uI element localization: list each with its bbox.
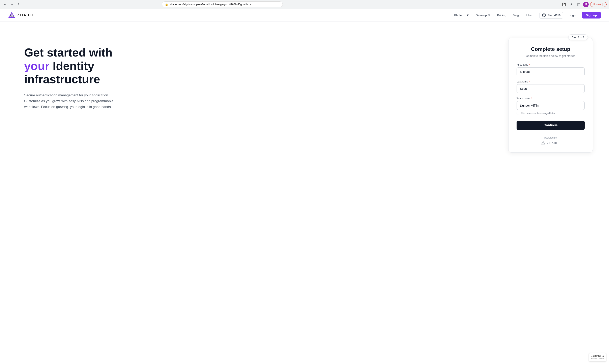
- card-title: Complete setup: [517, 46, 585, 52]
- step-badge: Step 1 of 2: [568, 34, 588, 40]
- lastname-required: *: [529, 80, 530, 83]
- main-content: Get started with your Identityinfrastruc…: [0, 22, 609, 364]
- teamname-required: *: [531, 97, 532, 100]
- extensions-icon[interactable]: ◫: [576, 2, 581, 7]
- browser-nav-buttons: ← → ↻: [2, 2, 22, 7]
- github-star-label: Star: [547, 14, 553, 17]
- firstname-required: *: [529, 63, 530, 66]
- hero-title: Get started with your Identityinfrastruc…: [24, 46, 492, 86]
- card-subtitle: Complete the fields below to get started: [517, 54, 585, 57]
- update-dots-icon: ⋮: [602, 3, 604, 6]
- powered-by-logo: ZITADEL: [517, 141, 585, 145]
- nav-jobs[interactable]: Jobs: [525, 13, 532, 17]
- hero-section: Get started with your Identityinfrastruc…: [24, 38, 492, 110]
- powered-by: powered by ZITADEL: [517, 136, 585, 145]
- github-star-count: 4610: [554, 14, 560, 17]
- profile-avatar[interactable]: M: [583, 2, 589, 7]
- recaptcha-title: reCAPTCHA: [591, 355, 604, 357]
- nav-blog-label: Blog: [513, 13, 519, 17]
- setup-card: Step 1 of 2 Complete setup Complete the …: [508, 38, 593, 153]
- logo-text: ZITADEL: [17, 13, 35, 17]
- nav-jobs-label: Jobs: [525, 13, 532, 17]
- hero-title-start: Get started with: [24, 46, 112, 59]
- nav-actions: Star 4610 Login Sign up: [540, 12, 601, 18]
- save-page-icon[interactable]: 💾: [561, 2, 567, 7]
- nav-develop-label: Develop: [476, 13, 487, 17]
- recaptcha-badge: reCAPTCHA Privacy - Terms: [589, 353, 606, 361]
- powered-zitadel-logo-icon: [541, 141, 545, 145]
- github-icon: [542, 13, 546, 17]
- powered-by-text: powered by: [517, 136, 585, 139]
- site-navigation: ZITADEL Platform ▼ Develop ▼ Pricing Blo…: [0, 9, 609, 22]
- lastname-label: Lastname *: [517, 80, 585, 83]
- teamname-hint-text: This name can be changed later: [521, 112, 555, 115]
- nav-platform-dropdown-icon: ▼: [466, 13, 469, 17]
- firstname-input[interactable]: [517, 67, 585, 76]
- continue-button[interactable]: Continue: [517, 121, 585, 130]
- lastname-input[interactable]: [517, 84, 585, 93]
- nav-develop-dropdown-icon: ▼: [487, 13, 491, 17]
- nav-pricing-label: Pricing: [497, 13, 506, 17]
- nav-develop[interactable]: Develop ▼: [476, 13, 491, 17]
- reload-button[interactable]: ↻: [16, 2, 22, 7]
- nav-blog[interactable]: Blog: [513, 13, 519, 17]
- nav-platform-label: Platform: [454, 13, 465, 17]
- lock-icon: 🔒: [165, 3, 168, 6]
- update-label: Update: [593, 3, 601, 6]
- browser-actions: 💾 ★ ◫ M Update ⋮: [561, 2, 607, 7]
- login-button[interactable]: Login: [566, 12, 579, 18]
- firstname-label: Firstname *: [517, 63, 585, 66]
- url-text: zitadel.com/signin/complete?email=michae…: [170, 3, 280, 6]
- forward-button[interactable]: →: [9, 2, 15, 7]
- update-button[interactable]: Update ⋮: [590, 2, 607, 7]
- powered-by-brand: ZITADEL: [547, 142, 560, 145]
- zitadel-logo-icon: [8, 12, 15, 19]
- teamname-group: Team name * ⓘ This name can be changed l…: [517, 97, 585, 115]
- github-star-button[interactable]: Star 4610: [540, 12, 563, 18]
- logo-area[interactable]: ZITADEL: [8, 12, 35, 19]
- signup-button[interactable]: Sign up: [582, 12, 601, 18]
- back-button[interactable]: ←: [2, 2, 8, 7]
- teamname-input[interactable]: [517, 101, 585, 110]
- lastname-group: Lastname *: [517, 80, 585, 93]
- bookmark-icon[interactable]: ★: [568, 2, 574, 7]
- address-bar[interactable]: 🔒 zitadel.com/signin/complete?email=mich…: [162, 1, 283, 7]
- teamname-label: Team name *: [517, 97, 585, 100]
- info-icon: ⓘ: [517, 111, 519, 115]
- browser-chrome: ← → ↻ 🔒 zitadel.com/signin/complete?emai…: [0, 0, 609, 9]
- hero-title-highlight: your: [24, 59, 50, 72]
- firstname-group: Firstname *: [517, 63, 585, 76]
- nav-links: Platform ▼ Develop ▼ Pricing Blog Jobs: [454, 13, 531, 17]
- nav-pricing[interactable]: Pricing: [497, 13, 506, 17]
- hero-subtitle: Secure authentication management for you…: [24, 92, 121, 110]
- nav-platform[interactable]: Platform ▼: [454, 13, 469, 17]
- recaptcha-links: Privacy - Terms: [591, 357, 604, 359]
- teamname-hint: ⓘ This name can be changed later: [517, 111, 585, 115]
